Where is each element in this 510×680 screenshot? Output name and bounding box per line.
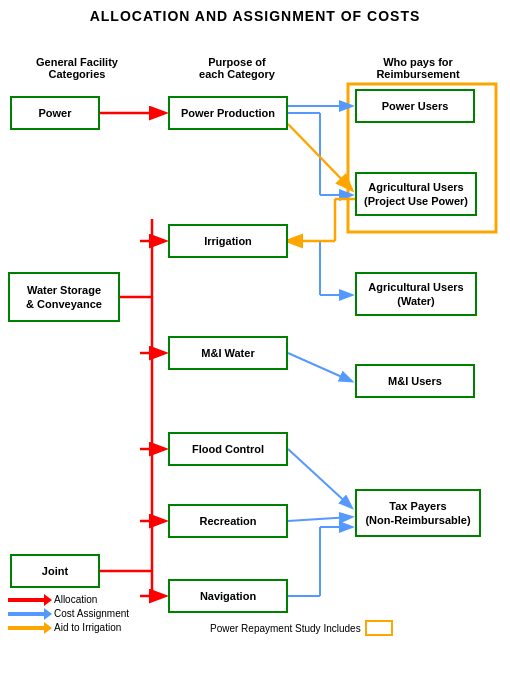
box-irrigation: Irrigation xyxy=(168,224,288,258)
box-ag-users-water: Agricultural Users(Water) xyxy=(355,272,477,316)
box-flood-control: Flood Control xyxy=(168,432,288,466)
box-power-production: Power Production xyxy=(168,96,288,130)
box-power: Power xyxy=(10,96,100,130)
diagram: General FacilityCategories Purpose ofeac… xyxy=(0,24,510,644)
page-title: ALLOCATION AND ASSIGNMENT OF COSTS xyxy=(0,0,510,24)
box-tax-payers: Tax Payers(Non-Reimbursable) xyxy=(355,489,481,537)
legend-power-repayment-box xyxy=(365,620,393,636)
svg-line-25 xyxy=(288,517,351,521)
box-recreation: Recreation xyxy=(168,504,288,538)
box-mi-water: M&I Water xyxy=(168,336,288,370)
legend-cost-assignment: Cost Assignment xyxy=(8,608,129,619)
legend: Allocation Cost Assignment Aid to Irriga… xyxy=(8,594,129,636)
box-mi-users: M&I Users xyxy=(355,364,475,398)
box-joint: Joint xyxy=(10,554,100,588)
legend-aid-irrigation: Aid to Irrigation xyxy=(8,622,129,633)
box-navigation: Navigation xyxy=(168,579,288,613)
box-ag-users-power: Agricultural Users(Project Use Power) xyxy=(355,172,477,216)
legend-aid-irrigation-label: Aid to Irrigation xyxy=(54,622,121,633)
svg-line-24 xyxy=(288,449,351,507)
legend-allocation-label: Allocation xyxy=(54,594,97,605)
legend-allocation: Allocation xyxy=(8,594,129,605)
box-power-users: Power Users xyxy=(355,89,475,123)
legend-cost-assignment-label: Cost Assignment xyxy=(54,608,129,619)
box-water-storage: Water Storage& Conveyance xyxy=(8,272,120,322)
legend-power-repayment-label: Power Repayment Study Includes xyxy=(210,623,361,634)
legend-power-repayment: Power Repayment Study Includes xyxy=(210,620,393,636)
svg-line-23 xyxy=(288,353,351,381)
